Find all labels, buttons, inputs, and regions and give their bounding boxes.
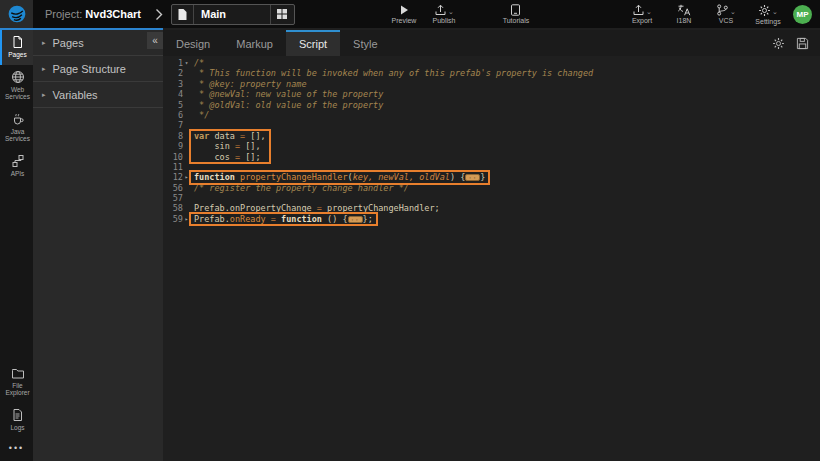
- line-number[interactable]: 9: [163, 141, 190, 151]
- export-button[interactable]: ⌄ Export: [625, 4, 659, 24]
- code-token: function: [194, 172, 240, 182]
- panel-section-label: Page Structure: [53, 63, 126, 75]
- save-icon[interactable]: [796, 37, 809, 50]
- editor-settings-gear-icon[interactable]: [772, 37, 785, 50]
- code-token: [];: [245, 152, 260, 162]
- code-line[interactable]: sin = [],: [194, 141, 266, 151]
- export-icon: [632, 4, 645, 16]
- editor-tab-bar: Design Markup Script Style: [163, 30, 820, 56]
- settings-label: Settings: [755, 18, 780, 25]
- publish-button[interactable]: ⌄ Publish: [427, 4, 461, 24]
- folded-code-widget[interactable]: ··: [465, 174, 480, 181]
- rail-label: Java Services: [3, 128, 32, 143]
- line-number[interactable]: 3: [163, 79, 190, 89]
- code-token: cos: [194, 152, 235, 162]
- preview-button[interactable]: Preview: [387, 4, 421, 24]
- tutorials-button[interactable]: Tutorials: [499, 4, 533, 24]
- left-icon-rail: Pages Web Services Java Services: [0, 30, 33, 461]
- editor-region: Design Markup Script Style: [163, 30, 820, 461]
- line-number[interactable]: 1▾: [163, 58, 190, 68]
- code-line[interactable]: [194, 120, 820, 130]
- line-number[interactable]: 2: [163, 68, 190, 78]
- code-line[interactable]: * @key: property name: [194, 79, 820, 89]
- code-token: =: [271, 214, 281, 224]
- rail-spacer: [0, 183, 33, 362]
- tab-style[interactable]: Style: [340, 30, 390, 56]
- script-code-editor[interactable]: 1▾23456789101112▸56575859▸ /* * This fun…: [163, 56, 820, 461]
- panel-section-pages[interactable]: ▸ Pages: [33, 30, 163, 56]
- annotation-highlight-box: var data = [], sin = [], cos = [];: [189, 129, 271, 164]
- tab-markup[interactable]: Markup: [223, 30, 286, 56]
- tutorials-icon: [510, 4, 521, 16]
- code-token: propertyChangeHandler: [240, 172, 347, 182]
- settings-button[interactable]: ⌄ Settings: [751, 4, 785, 25]
- publish-icon: [434, 4, 447, 16]
- line-number[interactable]: 58: [163, 203, 190, 213]
- code-line[interactable]: * This function will be invoked when any…: [194, 68, 820, 78]
- rail-label: Web Services: [3, 86, 32, 101]
- i18n-button[interactable]: I18N: [667, 4, 701, 24]
- collapse-panel-button[interactable]: «: [147, 32, 163, 49]
- line-number-gutter[interactable]: 1▾23456789101112▸56575859▸: [163, 58, 190, 461]
- page-icon: [172, 5, 194, 24]
- sidebar-item-web-services[interactable]: Web Services: [0, 65, 33, 107]
- line-number[interactable]: 56: [163, 183, 190, 193]
- line-number[interactable]: 12▸: [163, 172, 190, 182]
- more-options-button[interactable]: •••: [0, 437, 33, 461]
- page-selector-dropdown[interactable]: Main: [171, 4, 295, 25]
- sidebar-item-logs[interactable]: Logs: [0, 403, 33, 438]
- user-avatar[interactable]: MP: [793, 5, 812, 24]
- page-grid-icon[interactable]: [270, 5, 294, 24]
- code-token: */: [194, 110, 209, 120]
- line-number[interactable]: 7: [163, 120, 190, 130]
- line-number[interactable]: 11: [163, 162, 190, 172]
- chevron-right-icon: ▸: [42, 91, 46, 99]
- code-token: key, newVal, oldVal: [353, 172, 450, 182]
- panel-section-page-structure[interactable]: ▸ Page Structure: [33, 56, 163, 82]
- topbar-right-actions: ⌄ Export I18N: [625, 4, 820, 25]
- code-token: Prefab.: [194, 214, 230, 224]
- code-token: * @newVal: new value of the property: [194, 89, 383, 99]
- project-name: Nvd3Chart: [85, 8, 141, 20]
- code-line[interactable]: * @oldVal: old value of the property: [194, 100, 820, 110]
- code-line[interactable]: function propertyChangeHandler(key, newV…: [194, 172, 485, 182]
- sidebar-item-java-services[interactable]: Java Services: [0, 107, 33, 149]
- code-line[interactable]: var data = [],: [194, 131, 266, 141]
- wavemaker-logo-icon: [8, 5, 26, 23]
- chevron-right-icon: ▸: [42, 39, 46, 47]
- line-number[interactable]: 10: [163, 152, 190, 162]
- code-line[interactable]: /*: [194, 58, 820, 68]
- code-line[interactable]: [194, 193, 820, 203]
- code-line[interactable]: Prefab.onReady = function () {··};: [194, 214, 373, 224]
- panel-section-variables[interactable]: ▸ Variables: [33, 82, 163, 108]
- code-token: () {: [327, 214, 347, 224]
- code-line[interactable]: */: [194, 110, 820, 120]
- code-token: [],: [245, 141, 260, 151]
- sidebar-item-file-explorer[interactable]: File Explorer: [0, 362, 33, 403]
- sidebar-item-apis[interactable]: APIs: [0, 149, 33, 184]
- line-number[interactable]: 8: [163, 131, 190, 141]
- code-token: * @key: property name: [194, 79, 307, 89]
- line-number[interactable]: 6: [163, 110, 190, 120]
- vcs-button[interactable]: ⌄ VCS: [709, 4, 743, 24]
- code-line[interactable]: * @newVal: new value of the property: [194, 89, 820, 99]
- code-area[interactable]: /* * This function will be invoked when …: [190, 58, 820, 461]
- line-number[interactable]: 59▸: [163, 214, 190, 224]
- folded-code-widget[interactable]: ··: [348, 216, 363, 223]
- app-logo[interactable]: [0, 0, 33, 28]
- code-token: ) {: [450, 172, 465, 182]
- line-number[interactable]: 57: [163, 193, 190, 203]
- play-icon: [398, 4, 410, 16]
- tab-design[interactable]: Design: [163, 30, 223, 56]
- vcs-label: VCS: [719, 17, 733, 24]
- line-number[interactable]: 5: [163, 100, 190, 110]
- tutorials-label: Tutorials: [503, 17, 530, 24]
- topbar-left-actions: Preview ⌄ Publish: [387, 4, 461, 24]
- sidebar-item-pages[interactable]: Pages: [0, 30, 33, 65]
- line-number[interactable]: 4: [163, 89, 190, 99]
- code-line[interactable]: cos = [];: [194, 152, 266, 162]
- chevron-down-icon: ⌄: [448, 9, 454, 15]
- tab-script[interactable]: Script: [286, 30, 340, 56]
- fold-marker-icon[interactable]: ▾: [183, 58, 190, 68]
- pages-icon: [11, 35, 24, 49]
